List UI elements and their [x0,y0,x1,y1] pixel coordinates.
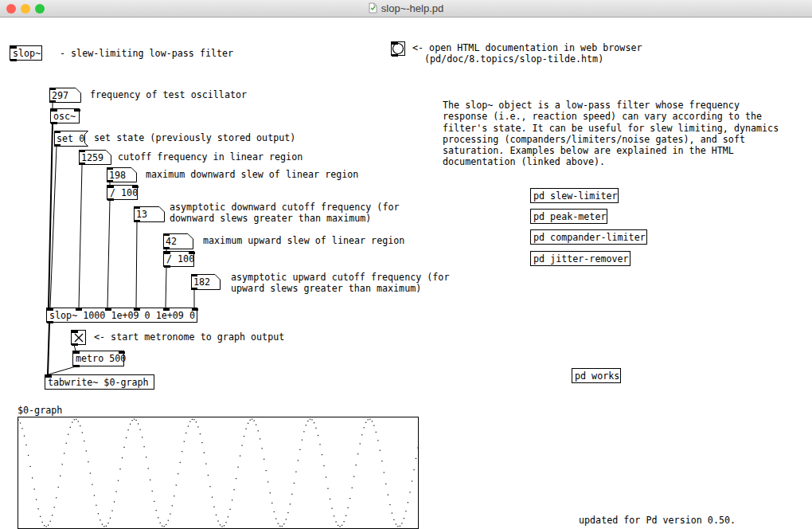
outlet-nub[interactable] [164,265,170,268]
inlet-nub[interactable] [72,331,78,333]
outlet-nub[interactable] [73,365,80,367]
array-graph[interactable] [18,417,419,529]
comment-line: asymptotic upward cutoff frequency (for [231,272,449,283]
outlet-nub[interactable] [51,122,57,124]
set-state-message[interactable]: set 0 [54,131,88,147]
open-docs-comment: <- open HTML documentation in web browse… [412,42,642,53]
max-downward-slew-number-box[interactable]: 198 [107,167,137,182]
comment-line: asymptotic downward cutoff frequency (fo… [170,202,400,213]
open-docs-bang[interactable] [391,41,405,56]
box-label: osc~ [53,111,76,122]
inlet-nub[interactable] [134,206,140,209]
comment-line: filter's state. It can be useful for sle… [443,123,779,134]
signal-cord [49,123,53,308]
set-state-comment: set state (previously stored output) [94,132,295,143]
inlet-nub[interactable] [73,351,80,354]
up-asymptotic-number-box[interactable]: 182 [191,274,221,290]
inlet-nub[interactable] [192,308,198,311]
intro-paragraph-comment: The slop~ object is a low-pass filter wh… [443,100,779,168]
outlet-nub[interactable] [134,220,140,222]
max-down-slew-comment: maximum downward slew of linear region [146,169,358,180]
outlet-nub[interactable] [47,321,53,323]
outlet-nub[interactable] [54,144,61,147]
outlet-nub[interactable] [392,54,398,57]
test-frequency-number-box[interactable]: 297 [49,88,81,103]
outlet-nub[interactable] [107,198,114,201]
test-oscillator-comment: frequency of test oscillator [90,89,247,100]
outlet-nub[interactable] [107,180,113,182]
version-comment: updated for Pd version 0.50. [579,515,736,526]
inlet-nub[interactable] [163,308,170,311]
box-label: / 100 [110,187,138,198]
comment-line: (pd/doc/8.topics/slop-tilde.htm) [424,53,603,65]
comment-line: downward slews greater than maximum) [170,213,400,224]
osc-object[interactable]: osc~ [50,108,80,123]
message-cord [166,267,166,308]
pd-compander-limiter-object[interactable]: pd compander-limiter [530,229,647,245]
box-label: 1259 [81,152,103,163]
outlet-nub[interactable] [163,247,170,249]
metro-object[interactable]: metro 500 [72,351,124,366]
inlet-nub[interactable] [105,308,111,311]
slop-main-object[interactable]: slop~ 1000 1e+09 0 1e+09 0 [46,308,197,323]
comment-line: upward slews greater than maximum) [231,283,449,294]
comment-line: frequency of test oscillator [90,89,247,100]
box-label: pd works [575,370,619,382]
box-label: set 0 [57,133,84,144]
graph-array-label: $0-graph [18,405,62,416]
inlet-nub[interactable] [134,308,140,311]
message-cord [79,165,82,308]
inlet-nub[interactable] [54,131,61,133]
inlet-nub[interactable] [191,274,197,276]
pd-peak-meter-object[interactable]: pd peak-meter [530,209,607,224]
tabwrite-object[interactable]: tabwrite~ $0-graph [45,374,154,390]
inlet-nub[interactable] [76,308,82,311]
box-label: pd jitter-remover [533,253,629,264]
inlet-nub[interactable] [163,233,170,236]
slop-reference-object[interactable]: slop~ [10,45,42,61]
inlet-nub[interactable] [132,186,139,188]
box-label: slop~ [13,48,41,59]
divide-100-down-object[interactable]: / 100 [107,185,138,200]
inlet-nub[interactable] [49,88,56,90]
pd-slew-limiter-object[interactable]: pd slew-limiter [530,188,619,203]
outlet-nub[interactable] [10,59,17,61]
inlet-nub[interactable] [107,167,113,170]
comment-line: response (i.e., reaction speed) can vary… [443,111,779,122]
inlet-nub[interactable] [47,308,53,311]
max-upward-slew-number-box[interactable]: 42 [163,233,193,249]
inlet-nub[interactable] [164,252,170,254]
message-cord [107,200,110,308]
docs-path-comment: (pd/doc/8.topics/slop-tilde.htm) [424,53,603,65]
down-asymptotic-number-box[interactable]: 13 [134,206,165,222]
inlet-nub[interactable] [119,351,125,354]
inlet-nub[interactable] [74,109,80,112]
comment-line: The slop~ object is a low-pass filter wh… [443,100,779,111]
pd-works-object[interactable]: pd works [572,368,621,383]
inlet-nub[interactable] [392,42,398,45]
comment-line: <- open HTML documentation in web browse… [412,42,642,53]
outlet-nub[interactable] [72,343,78,346]
comment-line: maximum upward slew of linear region [203,235,404,246]
cutoff-frequency-number-box[interactable]: 1259 [79,150,111,165]
outlet-nub[interactable] [79,163,85,165]
metro-toggle[interactable] [71,330,86,345]
divide-100-up-object[interactable]: / 100 [163,251,194,267]
inlet-nub[interactable] [10,46,17,49]
inlet-nub[interactable] [45,375,52,378]
waveform-plot [18,417,418,528]
window-titlebar: slop~-help.pd [0,0,812,18]
outlet-nub[interactable] [49,100,56,103]
pd-jitter-remover-object[interactable]: pd jitter-remover [530,251,630,266]
inlet-nub[interactable] [189,252,195,254]
document-proxy-icon [369,2,377,18]
inlet-nub[interactable] [51,109,57,112]
inlet-nub[interactable] [79,150,85,152]
down-asymptotic-comment: asymptotic downward cutoff frequency (fo… [170,202,400,225]
box-label: pd slew-limiter [533,190,618,202]
comment-line: cutoff frequency in linear region [118,151,303,163]
comment-line: set state (previously stored output) [94,132,295,143]
inlet-nub[interactable] [107,186,114,188]
box-label: 182 [193,276,210,288]
outlet-nub[interactable] [191,288,197,290]
